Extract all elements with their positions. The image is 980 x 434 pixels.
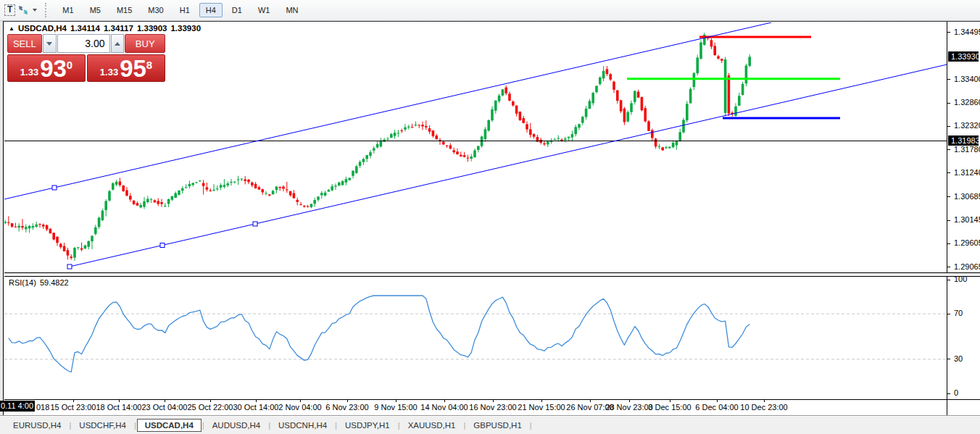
candle-body [721,59,723,61]
timeframe-button-m30[interactable]: M30 [141,3,170,17]
candle-body [59,244,62,248]
candle-body [365,155,368,159]
candle-body [428,128,431,132]
candle-body [341,181,344,185]
candle-body [696,58,699,74]
volume-decrease-button[interactable] [43,34,57,53]
candle-body [38,224,41,225]
price-label: 1.30685 [954,192,980,201]
candle-body [136,203,139,206]
candle-body [251,183,254,185]
candle-body [84,246,87,249]
candle-body [369,152,372,156]
tab-usdcad[interactable]: USDCAD,H4 [137,419,202,432]
candle-body [49,229,52,234]
text-tool-icon[interactable]: T [4,3,15,17]
time-badge: 0.11 4:00 [0,401,35,412]
candle-body [481,137,483,146]
candle-body [112,183,115,190]
price-tick [947,196,950,197]
chart-header: ▲ USDCAD,H4 1.34114 1.34117 1.33903 1.33… [9,24,201,33]
candle-body [599,78,602,84]
channel-handle[interactable] [253,222,257,226]
time-label: 18 Oct 14:00 [96,403,142,412]
candle-body [146,199,149,203]
buy-button[interactable]: BUY [125,34,165,53]
tab-xauusd[interactable]: XAUUSD,H1 [401,419,463,432]
timeframe-button-w1[interactable]: W1 [252,3,277,17]
sell-price-main: 93 [40,57,67,80]
candle-body [665,147,668,148]
price-tick [947,220,950,221]
time-tick [73,400,74,402]
chevron-down-icon[interactable] [33,9,37,14]
channel-handle[interactable] [160,243,165,248]
candle-body [738,96,741,106]
candle-body [299,204,302,205]
candle-body [157,201,159,204]
channel-handle[interactable] [52,185,57,190]
time-label: 16 Nov 23:00 [469,403,516,412]
candle-body [52,233,55,239]
timeframe-bar: M1M5M15M30H1H4D1W1MN [54,0,306,20]
timeframe-button-h1[interactable]: H1 [173,3,196,17]
candle-body [310,204,313,207]
timeframe-button-d1[interactable]: D1 [225,3,249,17]
channel-handle[interactable] [67,264,72,269]
candle-body [637,92,640,98]
time-label: 6 Dec 04:00 [695,403,738,412]
tab-eurusd[interactable]: EURUSD,H4 [6,419,68,432]
candle-body [296,200,299,202]
tab-gbpusd[interactable]: GBPUSD,H1 [466,419,528,432]
price-tick [947,103,950,104]
candle-body [272,191,275,194]
candle-body [568,137,570,138]
candle-body [265,193,267,194]
spin-down-icon [46,42,52,49]
rsi-line [9,296,749,372]
arrows-tool-icon[interactable] [17,3,29,17]
tab-usdcnh[interactable]: USDCNH,H4 [271,419,334,432]
candle-body [651,130,654,138]
candle-body [487,120,490,131]
tab-usdjpy[interactable]: USDJPY,H1 [338,419,397,432]
candle-body [223,185,226,187]
buy-price-box[interactable]: 1.33 95 8 [87,54,165,82]
time-label: 6 Nov 23:00 [325,403,368,412]
candle-wick [336,183,336,190]
candle-body [268,194,271,196]
candle-body [376,144,379,148]
candle-body [512,101,515,106]
trend-channel-main-line[interactable] [70,64,947,267]
tab-audusd[interactable]: AUDUSD,H4 [205,419,267,432]
timeframe-button-h4[interactable]: H4 [199,3,223,17]
candle-body [355,167,358,173]
sell-button[interactable]: SELL [7,34,42,53]
candle-body [435,135,438,139]
chart-window-top-border [4,21,980,22]
buy-price-main: 95 [120,57,146,80]
candle-body [174,193,177,199]
collapse-panel-icon[interactable]: ▲ [9,25,14,32]
timeframe-button-m1[interactable]: M1 [56,3,80,17]
candle-body [623,109,626,122]
candle-body [129,196,132,199]
timeframe-button-mn[interactable]: MN [279,3,304,17]
bid-price-badge: 1.33930 [948,51,979,62]
price-label: 1.32860 [954,98,980,107]
volume-input[interactable] [57,34,110,53]
candle-body [191,183,194,185]
candle-body [380,141,383,147]
volume-increase-button[interactable] [111,34,125,53]
candle-body [634,91,636,102]
timeframe-button-m15[interactable]: M15 [110,3,138,17]
candle-body [328,190,331,191]
candle-body [293,193,296,199]
candle-body [425,126,428,128]
candle-body [463,155,466,157]
toolbar-drag-handle[interactable] [45,3,48,17]
timeframe-button-m5[interactable]: M5 [83,3,107,17]
sell-price-box[interactable]: 1.33 93 0 [7,54,86,82]
candle-body [554,139,557,140]
tab-usdchf[interactable]: USDCHF,H4 [72,419,133,432]
